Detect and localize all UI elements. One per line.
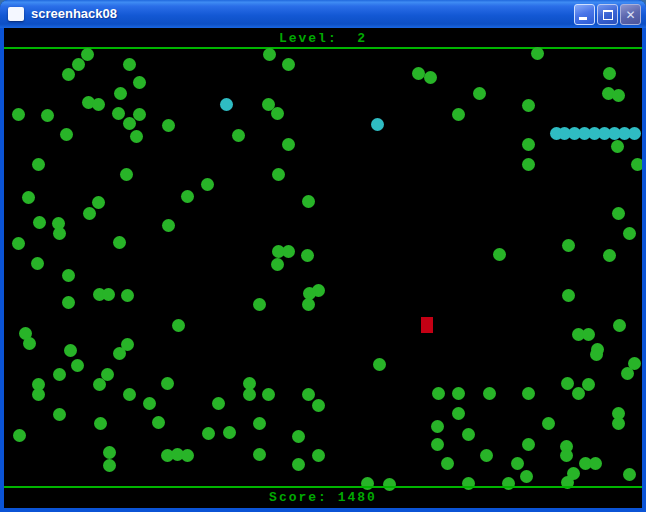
green-dot bbox=[302, 388, 315, 401]
top-divider bbox=[4, 47, 642, 49]
green-dot bbox=[41, 109, 54, 122]
green-dot bbox=[613, 319, 626, 332]
green-dot bbox=[113, 236, 126, 249]
score-text: Score: 1480 bbox=[4, 490, 642, 505]
green-dot bbox=[282, 58, 295, 71]
green-dot bbox=[253, 298, 266, 311]
green-dot bbox=[611, 140, 624, 153]
green-dot bbox=[143, 397, 156, 410]
green-dot bbox=[202, 427, 215, 440]
green-dot bbox=[603, 249, 616, 262]
green-dot bbox=[271, 107, 284, 120]
green-dot bbox=[12, 237, 25, 250]
green-dot bbox=[62, 68, 75, 81]
green-dot bbox=[312, 399, 325, 412]
green-dot bbox=[133, 76, 146, 89]
green-dot bbox=[13, 429, 26, 442]
green-dot bbox=[263, 48, 276, 61]
green-dot bbox=[94, 417, 107, 430]
green-dot bbox=[62, 296, 75, 309]
green-dot bbox=[92, 98, 105, 111]
green-dot bbox=[493, 248, 506, 261]
snake-segment bbox=[628, 127, 641, 140]
green-dot bbox=[522, 99, 535, 112]
green-dot bbox=[562, 239, 575, 252]
green-dot bbox=[103, 446, 116, 459]
green-dot bbox=[612, 89, 625, 102]
green-dot bbox=[162, 219, 175, 232]
app-window: screenhack08 ✕ Level: 2 Score: 1480 bbox=[0, 0, 646, 512]
green-dot bbox=[172, 319, 185, 332]
green-dot bbox=[431, 420, 444, 433]
green-dot bbox=[102, 288, 115, 301]
green-dot bbox=[72, 58, 85, 71]
green-dot bbox=[212, 397, 225, 410]
green-dot bbox=[83, 207, 96, 220]
cyan-dot bbox=[220, 98, 233, 111]
green-dot bbox=[473, 87, 486, 100]
bottom-divider bbox=[4, 486, 642, 488]
green-dot bbox=[631, 158, 642, 171]
green-dot bbox=[572, 387, 585, 400]
green-dot bbox=[181, 190, 194, 203]
green-dot bbox=[253, 448, 266, 461]
green-dot bbox=[561, 377, 574, 390]
green-dot bbox=[282, 245, 295, 258]
green-dot bbox=[531, 47, 544, 60]
green-dot bbox=[589, 457, 602, 470]
green-dot bbox=[64, 344, 77, 357]
green-dot bbox=[162, 119, 175, 132]
green-dot bbox=[462, 477, 475, 490]
red-block bbox=[421, 317, 433, 333]
green-dot bbox=[33, 216, 46, 229]
green-dot bbox=[232, 129, 245, 142]
green-dot bbox=[23, 337, 36, 350]
green-dot bbox=[560, 449, 573, 462]
green-dot bbox=[152, 416, 165, 429]
maximize-button[interactable] bbox=[597, 4, 618, 25]
green-dot bbox=[123, 388, 136, 401]
close-icon: ✕ bbox=[621, 7, 640, 23]
close-button[interactable]: ✕ bbox=[620, 4, 641, 25]
green-dot bbox=[112, 107, 125, 120]
minimize-button[interactable] bbox=[574, 4, 595, 25]
green-dot bbox=[522, 387, 535, 400]
green-dot bbox=[424, 71, 437, 84]
green-dot bbox=[92, 196, 105, 209]
green-dot bbox=[123, 58, 136, 71]
cyan-dot bbox=[371, 118, 384, 131]
green-dot bbox=[511, 457, 524, 470]
green-dot bbox=[121, 289, 134, 302]
green-dot bbox=[480, 449, 493, 462]
green-dot bbox=[373, 358, 386, 371]
green-dot bbox=[71, 359, 84, 372]
green-dot bbox=[253, 417, 266, 430]
green-dot bbox=[292, 458, 305, 471]
green-dot bbox=[114, 87, 127, 100]
green-dot bbox=[522, 138, 535, 151]
green-dot bbox=[292, 430, 305, 443]
green-dot bbox=[623, 227, 636, 240]
green-dot bbox=[562, 289, 575, 302]
green-dot bbox=[53, 408, 66, 421]
green-dot bbox=[113, 347, 126, 360]
minimize-icon bbox=[579, 17, 587, 20]
green-dot bbox=[483, 387, 496, 400]
green-dot bbox=[312, 449, 325, 462]
game-playfield[interactable]: Level: 2 Score: 1480 bbox=[4, 28, 642, 508]
green-dot bbox=[621, 367, 634, 380]
green-dot bbox=[452, 407, 465, 420]
green-dot bbox=[603, 67, 616, 80]
green-dot bbox=[262, 388, 275, 401]
green-dot bbox=[223, 426, 236, 439]
green-dot bbox=[103, 459, 116, 472]
green-dot bbox=[301, 249, 314, 262]
green-dot bbox=[520, 470, 533, 483]
green-dot bbox=[623, 468, 636, 481]
title-bar[interactable]: screenhack08 ✕ bbox=[0, 0, 646, 28]
green-dot bbox=[181, 449, 194, 462]
green-dot bbox=[60, 128, 73, 141]
green-dot bbox=[522, 438, 535, 451]
green-dot bbox=[462, 428, 475, 441]
green-dot bbox=[502, 477, 515, 490]
